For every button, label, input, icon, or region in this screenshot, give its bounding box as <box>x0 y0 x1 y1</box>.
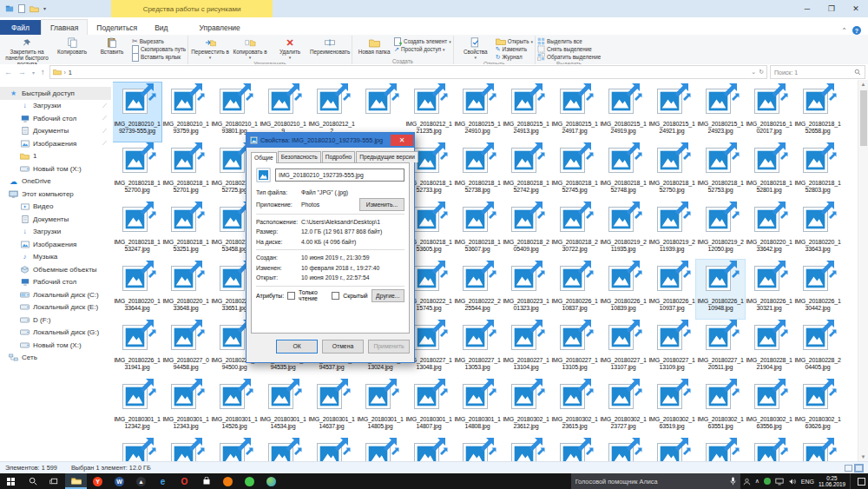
file-item[interactable]: IMG_20180218_153607.jpg <box>453 201 502 260</box>
file-item[interactable] <box>453 437 502 461</box>
history-button[interactable]: ↻Журнал <box>496 53 533 61</box>
address-dropdown-icon[interactable]: ⌄ <box>751 69 756 76</box>
qat-properties-icon[interactable] <box>18 4 25 13</box>
back-icon[interactable]: ← <box>3 68 14 76</box>
file-item[interactable]: IMG_20180227_113109.jpg <box>648 319 696 378</box>
cancel-button[interactable]: Отмена <box>322 340 364 354</box>
file-item[interactable]: IMG_20180215_124913.jpg <box>502 83 550 142</box>
file-item[interactable] <box>793 437 842 461</box>
network-icon[interactable] <box>775 478 784 486</box>
sidebar-item-рабочий-стол[interactable]: Рабочий стол⟋ <box>0 112 111 125</box>
move-to-button[interactable]: Переместить в▾ <box>190 36 230 61</box>
file-item[interactable] <box>307 437 356 461</box>
taskbar-app-dark-app[interactable]: ▲ <box>130 473 152 489</box>
history-chevron-icon[interactable]: ▾ <box>30 69 36 76</box>
file-item[interactable]: IMG_20180227_113053.jpg <box>453 319 502 378</box>
sidebar-item-документы[interactable]: Документы <box>0 213 111 226</box>
sidebar-item-рабочий-стол[interactable]: Рабочий стол <box>0 276 111 289</box>
file-item[interactable]: IMG_20180228_121904.jpg <box>745 319 793 378</box>
file-item[interactable]: IMG_20180218_153251.jpg <box>161 201 210 260</box>
file-item[interactable] <box>696 437 745 461</box>
address-input[interactable]: › 1 ⌄ ↻ <box>49 65 767 79</box>
dialog-tab-general[interactable]: Общие <box>251 152 277 163</box>
sidebar-item-onedrive[interactable]: ☁OneDrive <box>0 175 111 188</box>
file-item[interactable]: IMG_20180302_123612.jpg <box>502 378 550 437</box>
file-item[interactable]: IMG_20180215_124921.jpg <box>648 83 696 142</box>
search-input[interactable]: Поиск: 1 <box>770 65 865 79</box>
sidebar-item-изображения[interactable]: Изображения <box>0 238 111 251</box>
paste-button[interactable]: Вставить <box>92 36 132 55</box>
file-item[interactable]: IMG_20180210_192739-555.jpg <box>113 83 161 142</box>
file-item[interactable] <box>113 437 161 461</box>
taskbar-app-globe-app[interactable] <box>260 473 282 489</box>
volume-icon[interactable] <box>788 478 797 486</box>
file-item[interactable]: IMG_20180210_193759.jpg <box>161 83 210 142</box>
taskbar-app-explorer[interactable] <box>65 473 87 489</box>
start-button[interactable] <box>0 473 22 489</box>
search-icon[interactable] <box>854 69 861 76</box>
file-item[interactable]: IMG_20180218_152745.jpg <box>550 142 599 201</box>
file-item[interactable]: IMG_20180301_114805.jpg <box>356 378 404 437</box>
file-item[interactable]: IMG_20180218_152658.jpg <box>793 83 842 142</box>
file-item[interactable]: IMG_20180228_204405.jpg <box>793 319 842 378</box>
taskbar-app-opera[interactable]: O <box>174 473 195 489</box>
file-item[interactable]: IMG_20180220_133642.jpg <box>745 201 793 260</box>
refresh-icon[interactable]: ↻ <box>759 69 764 76</box>
select-all-button[interactable]: Выделить все <box>537 37 601 45</box>
details-view-icon[interactable] <box>845 465 852 472</box>
rename-button[interactable]: Переименовать <box>310 36 350 55</box>
up-icon[interactable]: ↑ <box>39 68 47 76</box>
ribbon-collapse-icon[interactable]: ⌃ <box>841 27 847 35</box>
forward-icon[interactable]: → <box>16 68 28 76</box>
file-item[interactable] <box>550 437 599 461</box>
file-item[interactable]: IMG_20180218_152750.jpg <box>648 142 696 201</box>
file-item[interactable]: IMG_20180220_133644.jpg <box>113 260 161 319</box>
taskbar-app-orange-app[interactable] <box>217 473 239 489</box>
sidebar-item-локальный-диск-g-[interactable]: Локальный диск (G:) <box>0 327 111 340</box>
sidebar-item-загрузки[interactable]: ↓Загрузки <box>0 226 111 239</box>
easy-access-button[interactable]: ↗Простой доступ▾ <box>394 45 451 53</box>
invert-selection-button[interactable]: Обратить выделение <box>537 53 601 61</box>
close-button[interactable]: ✕ <box>844 0 868 17</box>
microphone-icon[interactable] <box>730 477 736 486</box>
file-item[interactable] <box>502 437 550 461</box>
change-app-button[interactable]: Изменить... <box>359 198 404 211</box>
sidebar-item-локальный-диск-e-[interactable]: Локальный диск (E:) <box>0 301 111 314</box>
breadcrumb-folder[interactable]: 1 <box>69 69 72 76</box>
sidebar-item-объемные-объекты[interactable]: Объемные объекты <box>0 263 111 276</box>
file-item[interactable] <box>745 437 793 461</box>
properties-button[interactable]: Свойства▾ <box>456 36 496 61</box>
file-item[interactable]: IMG_20180302_163556.jpg <box>745 378 793 437</box>
file-item[interactable]: IMG_20180219_211935.jpg <box>599 201 648 260</box>
tray-expand-chevron-icon[interactable]: ∧ <box>755 478 760 485</box>
thumbnails-view-icon[interactable] <box>855 465 863 472</box>
language-indicator[interactable]: ENG <box>801 479 814 485</box>
dialog-tab-security[interactable]: Безопасность <box>278 151 321 162</box>
file-item[interactable]: IMG_20180302_163626.jpg <box>793 378 842 437</box>
task-view-button[interactable] <box>43 473 65 489</box>
file-item[interactable]: IMG_20180215_124919.jpg <box>599 83 648 142</box>
file-item[interactable]: IMG_20180218_152738.jpg <box>453 142 502 201</box>
file-item[interactable]: IMG_20180301_114637.jpg <box>307 378 356 437</box>
file-item[interactable]: IMG_20180218_205409.jpg <box>502 201 550 260</box>
taskbar-app-yandex-browser[interactable]: Y <box>87 473 108 489</box>
sidebar-item-новый-том-x-[interactable]: Новый том (X:) <box>0 339 111 352</box>
file-item[interactable]: IMG_20180219_211939.jpg <box>648 201 696 260</box>
sidebar-item-d-f-[interactable]: D (F:) <box>0 314 111 327</box>
sidebar-item-документы[interactable]: Документы⟋ <box>0 125 111 138</box>
file-item[interactable] <box>404 437 453 461</box>
file-item[interactable]: IMG_20180302_123727.jpg <box>599 378 648 437</box>
file-item[interactable] <box>356 437 404 461</box>
file-item[interactable]: IMG_20180226_130321.jpg <box>745 260 793 319</box>
sidebar-item-1[interactable]: 1 <box>0 150 111 163</box>
new-item-button[interactable]: Создать элемент▾ <box>394 37 451 45</box>
sidebar-item-изображения[interactable]: Изображения⟋ <box>0 137 111 150</box>
taskbar-app-word[interactable]: W <box>108 473 130 489</box>
file-item[interactable]: IMG_20180226_110937.jpg <box>648 260 696 319</box>
sidebar-item-быстрый-доступ[interactable]: ★Быстрый доступ <box>0 87 111 100</box>
tab-file[interactable]: Файл <box>0 20 41 35</box>
file-item[interactable]: IMG_20180301_114808.jpg <box>453 378 502 437</box>
tab-view[interactable]: Вид <box>146 20 176 35</box>
dialog-tab-previous-versions[interactable]: Предыдущие версии <box>356 151 418 162</box>
file-item[interactable]: IMG_20180301_114526.jpg <box>210 378 259 437</box>
